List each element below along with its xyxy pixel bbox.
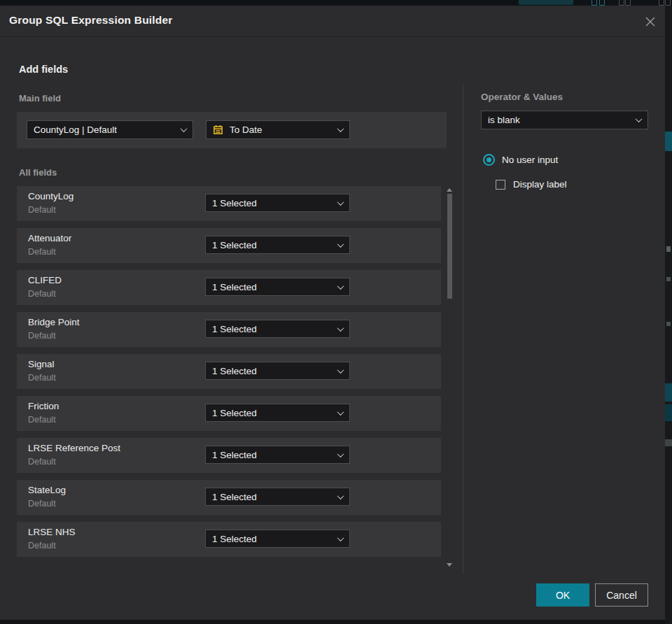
main-field-select-value: CountyLog | Default [34,125,117,135]
field-values-select-value: 1 Selected [212,240,257,250]
field-values-select[interactable]: 1 Selected [205,362,350,380]
field-name: LRSE Reference Post [28,443,120,453]
close-icon [645,16,656,27]
field-name: Friction [28,401,59,411]
field-row: CLIFED Default 1 Selected [17,270,441,305]
chevron-down-icon [337,283,344,290]
toolbar-fragment [659,0,664,6]
background-fragment [666,277,671,281]
field-values-select-value: 1 Selected [212,366,257,376]
field-row: Bridge Point Default 1 Selected [17,312,441,347]
background-fragment [666,322,671,326]
toolbar-fragment [592,0,597,6]
radio-selected-icon [483,154,495,166]
main-field-date-select[interactable]: To Date [206,120,350,139]
field-values-select[interactable]: 1 Selected [205,488,350,506]
field-row: LRSE Reference Post Default 1 Selected [17,438,441,473]
field-values-select-value: 1 Selected [212,450,257,460]
chevron-down-icon [337,125,344,132]
main-field-select[interactable]: CountyLog | Default [27,120,193,139]
no-user-input-label: No user input [502,155,558,165]
field-values-select-value: 1 Selected [212,492,257,502]
field-row: StateLog Default 1 Selected [17,480,441,515]
field-row: Signal Default 1 Selected [17,354,441,389]
dialog-title: Group SQL Expression Builder [9,14,173,27]
chevron-down-icon [337,451,344,458]
toolbar-fragment [599,0,605,6]
chevron-down-icon [337,534,344,541]
group-sql-expression-builder-dialog: Group SQL Expression Builder Add fields … [0,6,665,620]
chevron-down-icon [337,199,344,206]
background-app-right-strip [665,6,672,624]
field-values-select-value: 1 Selected [212,408,257,418]
field-subtitle: Default [28,541,56,551]
field-subtitle: Default [28,331,56,341]
field-subtitle: Default [28,289,56,299]
chevron-down-icon [337,409,344,416]
checkbox-unchecked-icon [496,180,505,190]
field-row: LRSE NHS Default 1 Selected [17,522,441,557]
background-fragment [666,246,671,252]
field-values-select[interactable]: 1 Selected [205,404,350,422]
field-subtitle: Default [28,247,56,257]
field-values-select-value: 1 Selected [212,534,257,544]
field-subtitle: Default [28,205,56,215]
operator-values-heading: Operator & Values [481,92,563,102]
field-values-select-value: 1 Selected [212,198,257,208]
field-values-select[interactable]: 1 Selected [205,530,350,548]
field-row: Friction Default 1 Selected [17,396,441,431]
operator-select-value: is blank [488,115,520,125]
field-values-select[interactable]: 1 Selected [205,320,350,338]
background-fragment [665,439,672,446]
all-fields-list: CountyLog Default 1 Selected Attenuator … [17,186,441,564]
no-user-input-radio[interactable]: No user input [483,154,558,166]
toolbar-fragment [625,0,631,6]
main-field-panel: CountyLog | Default To Date [17,112,447,148]
field-values-select-value: 1 Selected [212,282,257,292]
field-name: CountyLog [28,191,74,201]
close-button[interactable] [643,14,658,29]
background-app-top-strip: Live View [0,0,672,6]
field-row: Attenuator Default 1 Selected [17,228,441,263]
chevron-down-icon [337,325,344,332]
field-row: CountyLog Default 1 Selected [17,186,441,221]
field-name: StateLog [28,485,66,495]
field-values-select[interactable]: 1 Selected [205,194,350,212]
scrollbar-thumb[interactable] [447,194,452,299]
add-fields-heading: Add fields [19,64,68,75]
field-subtitle: Default [28,415,56,425]
ok-button[interactable]: OK [536,583,589,607]
cancel-button[interactable]: Cancel [595,583,648,607]
display-label-label: Display label [513,179,567,190]
field-subtitle: Default [28,499,56,509]
scrollbar-up-arrow[interactable] [447,188,452,192]
field-name: LRSE NHS [28,527,76,537]
scrollbar-down-arrow[interactable] [447,563,452,567]
live-view-button[interactable]: Live View [519,0,573,5]
field-name: Signal [28,359,55,369]
chevron-down-icon [636,115,643,122]
toolbar-fragment [665,0,671,6]
chevron-down-icon [337,492,344,499]
main-field-label: Main field [19,93,61,104]
field-values-select[interactable]: 1 Selected [205,278,350,296]
field-values-select[interactable]: 1 Selected [205,236,350,254]
operator-select[interactable]: is blank [481,111,648,129]
live-view-label: Live View [533,0,567,1]
main-field-date-value: To Date [230,125,262,135]
all-fields-label: All fields [19,167,57,178]
field-values-select-value: 1 Selected [212,324,257,334]
background-fragment [665,132,672,151]
background-fragment [665,383,672,402]
display-label-checkbox[interactable]: Display label [496,179,567,190]
field-subtitle: Default [28,457,56,467]
chevron-down-icon [337,367,344,374]
field-name: Bridge Point [28,317,80,327]
field-values-select[interactable]: 1 Selected [205,446,350,464]
dialog-header: Group SQL Expression Builder [0,6,665,37]
chevron-down-icon [337,241,344,248]
background-fragment [665,404,672,421]
panel-divider [463,84,463,574]
field-name: CLIFED [28,275,62,285]
calendar-icon [213,125,223,135]
